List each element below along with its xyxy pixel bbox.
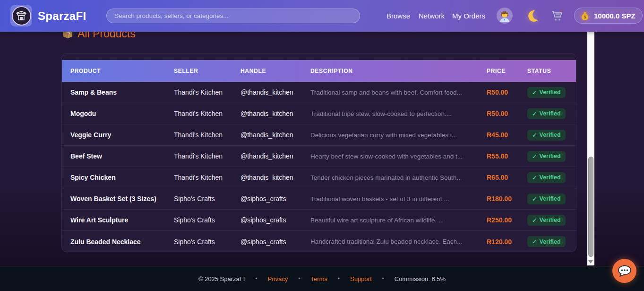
col-header-description: DESCRIPTION xyxy=(310,68,487,74)
table-row[interactable]: Zulu Beaded Necklace Sipho's Crafts @sip… xyxy=(62,231,576,252)
status-label: Verified xyxy=(539,217,560,223)
chat-button[interactable] xyxy=(612,259,636,283)
seller-handle: @thandis_kitchen xyxy=(240,110,310,117)
cart-icon[interactable] xyxy=(551,10,563,22)
check-icon: ✓ xyxy=(532,110,537,117)
table-row[interactable]: Beef Stew Thandi's Kitchen @thandis_kitc… xyxy=(62,146,576,167)
search-input[interactable] xyxy=(106,9,360,23)
product-price: R50.00 xyxy=(487,110,527,117)
table-row[interactable]: Wire Art Sculpture Sipho's Crafts @sipho… xyxy=(62,210,576,231)
table-row[interactable]: Woven Basket Set (3 Sizes) Sipho's Craft… xyxy=(62,188,576,210)
status-label: Verified xyxy=(539,110,560,117)
separator-dot: • xyxy=(382,275,384,282)
nav-browse[interactable]: Browse xyxy=(386,0,410,32)
check-icon: ✓ xyxy=(532,238,537,245)
col-header-handle: HANDLE xyxy=(240,68,310,74)
product-name: Beef Stew xyxy=(70,152,174,160)
seller-handle: @siphos_crafts xyxy=(240,195,310,203)
vertical-scrollbar[interactable] xyxy=(587,32,594,265)
scrollbar-down-arrow-icon[interactable] xyxy=(588,260,593,264)
seller-name: Thandi's Kitchen xyxy=(174,152,240,160)
nav-my-orders[interactable]: My Orders xyxy=(452,0,485,32)
product-name: Mogodu xyxy=(70,110,174,117)
status-badge: ✓Verified xyxy=(527,236,566,247)
product-price: R250.00 xyxy=(487,216,527,224)
status-badge: ✓Verified xyxy=(527,215,566,226)
product-price: R120.00 xyxy=(487,238,527,246)
col-header-seller: SELLER xyxy=(174,68,240,74)
products-table-card: PRODUCT SELLER HANDLE DESCRIPTION PRICE … xyxy=(61,53,576,252)
separator-dot: • xyxy=(255,275,257,282)
logo-emblem-icon xyxy=(12,6,31,26)
seller-name: Sipho's Crafts xyxy=(174,216,240,224)
commission-text: Commission: 6.5% xyxy=(395,275,446,282)
check-icon: ✓ xyxy=(532,153,537,160)
footer-link-privacy[interactable]: Privacy xyxy=(268,275,288,282)
status-label: Verified xyxy=(539,174,560,181)
product-description: Beautiful wire art sculpture of African … xyxy=(310,217,487,224)
table-row[interactable]: Veggie Curry Thandi's Kitchen @thandis_k… xyxy=(62,124,576,146)
status-label: Verified xyxy=(539,238,560,245)
table-row[interactable]: Samp & Beans Thandi's Kitchen @thandis_k… xyxy=(62,82,576,103)
footer-link-support[interactable]: Support xyxy=(350,275,372,282)
product-description: Hearty beef stew slow-cooked with vegeta… xyxy=(310,153,487,160)
page: All Products PRODUCT SELLER HANDLE DESCR… xyxy=(0,0,644,291)
status-badge: ✓Verified xyxy=(527,130,566,141)
scrollbar-thumb[interactable] xyxy=(588,157,593,257)
avatar-man-icon xyxy=(498,9,512,23)
product-description: Tender chicken pieces marinated in authe… xyxy=(310,174,487,181)
product-description: Traditional woven baskets - set of 3 in … xyxy=(310,195,487,203)
product-name: Woven Basket Set (3 Sizes) xyxy=(70,195,174,203)
product-description: Delicious vegetarian curry with mixed ve… xyxy=(310,132,487,139)
moon-icon[interactable] xyxy=(525,9,540,23)
product-name: Wire Art Sculpture xyxy=(70,216,174,224)
check-icon: ✓ xyxy=(532,174,537,181)
status-badge: ✓Verified xyxy=(527,194,566,204)
footer-link-terms[interactable]: Terms xyxy=(310,275,327,282)
product-name: Veggie Curry xyxy=(70,131,174,139)
chat-bubble-icon xyxy=(617,265,632,278)
seller-handle: @siphos_crafts xyxy=(240,238,310,246)
status-badge: ✓Verified xyxy=(527,172,566,183)
table-row[interactable]: Mogodu Thandi's Kitchen @thandis_kitchen… xyxy=(62,103,576,124)
product-description: Traditional samp and beans with beef. Co… xyxy=(310,89,487,96)
separator-dot: • xyxy=(298,275,300,282)
app-header: SparzaFI Browse Network My Orders xyxy=(0,0,644,32)
check-icon: ✓ xyxy=(532,132,537,139)
product-name: Spicy Chicken xyxy=(70,174,174,181)
wallet-balance[interactable]: $ 10000.0 SPZ xyxy=(574,8,643,24)
seller-name: Sipho's Crafts xyxy=(174,195,240,203)
status-label: Verified xyxy=(539,195,560,202)
status-label: Verified xyxy=(539,153,560,159)
table-row[interactable]: Spicy Chicken Thandi's Kitchen @thandis_… xyxy=(62,167,576,188)
product-price: R180.00 xyxy=(487,195,527,203)
product-name: Samp & Beans xyxy=(70,88,174,96)
seller-name: Thandi's Kitchen xyxy=(174,88,240,96)
col-header-price: PRICE xyxy=(487,68,527,74)
seller-name: Sipho's Crafts xyxy=(174,238,240,246)
nav-network[interactable]: Network xyxy=(419,0,445,32)
status-label: Verified xyxy=(539,132,560,138)
product-name: Zulu Beaded Necklace xyxy=(70,238,174,246)
seller-handle: @thandis_kitchen xyxy=(240,88,310,96)
status-badge: ✓Verified xyxy=(527,87,566,98)
col-header-status: STATUS xyxy=(527,68,567,74)
money-bag-icon: $ xyxy=(579,10,591,21)
svg-text:$: $ xyxy=(584,15,586,19)
seller-handle: @thandis_kitchen xyxy=(240,152,310,160)
seller-name: Thandi's Kitchen xyxy=(174,131,240,139)
table-header-row: PRODUCT SELLER HANDLE DESCRIPTION PRICE … xyxy=(62,60,576,82)
user-avatar[interactable] xyxy=(497,8,513,24)
product-price: R50.00 xyxy=(487,88,527,96)
app-footer: © 2025 SparzaFI • Privacy • Terms • Supp… xyxy=(0,266,644,291)
seller-handle: @thandis_kitchen xyxy=(240,131,310,139)
app-logo[interactable] xyxy=(10,5,32,26)
status-badge: ✓Verified xyxy=(527,151,566,162)
product-price: R45.00 xyxy=(487,131,527,139)
balance-amount: 10000.0 SPZ xyxy=(594,12,635,20)
check-icon: ✓ xyxy=(532,217,537,224)
separator-dot: • xyxy=(338,275,340,282)
seller-name: Thandi's Kitchen xyxy=(174,174,240,181)
brand-name[interactable]: SparzaFI xyxy=(38,0,86,32)
seller-handle: @siphos_crafts xyxy=(240,216,310,224)
